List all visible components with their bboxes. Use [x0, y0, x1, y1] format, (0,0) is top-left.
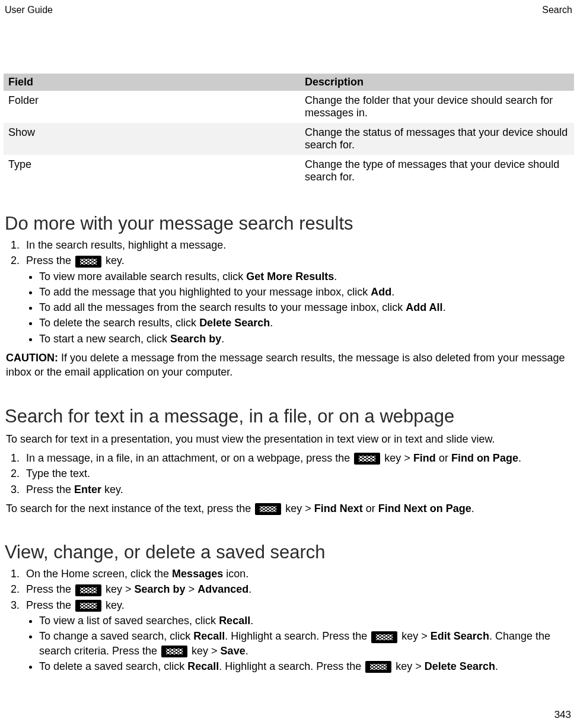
- bold-text: Messages: [172, 568, 223, 580]
- text: key >: [189, 645, 221, 657]
- text: . Highlight a search. Press the: [225, 630, 370, 642]
- text: If you delete a message from the message…: [6, 352, 565, 378]
- table-cell: Show: [4, 123, 300, 155]
- text: . Highlight a search. Press the: [219, 660, 364, 672]
- caution-label: CAUTION:: [6, 352, 58, 364]
- table-header-field: Field: [4, 74, 300, 91]
- text: .: [391, 286, 394, 298]
- bold-text: Search by: [135, 583, 186, 595]
- bold-text: Delete Search: [425, 660, 495, 672]
- text: In a message, in a file, in an attachmen…: [26, 452, 353, 464]
- bold-text: Recall: [187, 660, 219, 672]
- list-item: On the Home screen, click the Messages i…: [23, 567, 573, 581]
- text: .: [221, 333, 224, 345]
- bold-text: Recall: [219, 615, 250, 627]
- table-cell: Change the folder that your device shoul…: [300, 91, 574, 123]
- text: Press the: [26, 255, 74, 266]
- text: .: [443, 301, 446, 313]
- table-cell: Change the type of messages that your de…: [300, 155, 574, 187]
- menu-key-icon: [161, 646, 187, 657]
- list-item: In a message, in a file, in an attachmen…: [23, 451, 573, 465]
- text: To delete the search results, click: [39, 317, 199, 329]
- text: .: [334, 271, 337, 282]
- text: key.: [101, 484, 123, 495]
- table-header-description: Description: [300, 74, 574, 91]
- text: or: [436, 452, 451, 464]
- text: icon.: [223, 568, 248, 580]
- text: .: [250, 615, 253, 627]
- list-item: Press the key.: [23, 253, 573, 268]
- bold-text: Edit Search: [431, 630, 489, 642]
- paragraph: To search for text in a presentation, yo…: [6, 432, 571, 446]
- text: .: [471, 503, 474, 514]
- text: key.: [103, 599, 125, 611]
- menu-key-icon: [354, 453, 380, 465]
- text: .: [270, 317, 273, 329]
- menu-key-icon: [75, 584, 101, 596]
- field-description-table: Field Description Folder Change the fold…: [4, 74, 574, 187]
- bold-text: Save: [221, 645, 246, 657]
- menu-key-icon: [255, 503, 281, 515]
- table-cell: Folder: [4, 91, 300, 123]
- text: key >: [393, 660, 425, 672]
- list-item: To view more available search results, c…: [39, 269, 573, 284]
- menu-key-icon: [365, 661, 391, 673]
- text: To add all the messages from the search …: [39, 301, 406, 313]
- bold-text: Find Next: [314, 503, 363, 514]
- header-left: User Guide: [5, 5, 53, 15]
- bold-text: Add All: [406, 301, 442, 313]
- text: To delete a saved search, click: [39, 660, 187, 672]
- text: key >: [282, 503, 314, 514]
- text: Press the: [26, 583, 74, 595]
- bold-text: Add: [371, 286, 391, 298]
- bold-text: Find on Page: [451, 452, 518, 464]
- bold-text: Enter: [74, 484, 101, 495]
- paragraph: To search for the next instance of the t…: [6, 501, 571, 516]
- menu-key-icon: [75, 256, 101, 268]
- list-item: To start a new search, click Search by.: [39, 332, 573, 346]
- text: .: [495, 660, 498, 672]
- page-number: 343: [554, 709, 571, 721]
- bold-text: Search by: [170, 333, 221, 345]
- text: key >: [103, 583, 135, 595]
- text: To add the message that you highlighted …: [39, 286, 371, 298]
- list-item: In the search results, highlight a messa…: [23, 238, 573, 252]
- list-item: Press the Enter key.: [23, 482, 573, 497]
- section-heading: Search for text in a message, in a file,…: [4, 406, 573, 427]
- text: To view a list of saved searches, click: [39, 615, 219, 627]
- list-item: To view a list of saved searches, click …: [39, 613, 573, 628]
- table-cell: Type: [4, 155, 300, 187]
- text: Press the: [26, 484, 74, 495]
- list-item: To delete the search results, click Dele…: [39, 316, 573, 330]
- text: key >: [381, 452, 413, 464]
- caution-paragraph: CAUTION: If you delete a message from th…: [6, 351, 571, 380]
- bold-text: Recall: [193, 630, 225, 642]
- bold-text: Find Next on Page: [378, 503, 471, 514]
- text: .: [246, 645, 248, 657]
- text: >: [186, 583, 198, 595]
- text: To view more available search results, c…: [39, 271, 246, 282]
- menu-key-icon: [371, 631, 397, 643]
- bold-text: Get More Results: [246, 271, 334, 282]
- table-cell: Change the status of messages that your …: [300, 123, 574, 155]
- text: On the Home screen, click the: [26, 568, 172, 580]
- text: To search for the next instance of the t…: [6, 503, 254, 514]
- text: .: [248, 583, 251, 595]
- text: or: [363, 503, 378, 514]
- text: key.: [103, 255, 125, 266]
- section-heading: View, change, or delete a saved search: [4, 542, 573, 563]
- section-heading: Do more with your message search results: [4, 213, 573, 234]
- list-item: To change a saved search, click Recall. …: [39, 629, 573, 658]
- text: key >: [399, 630, 431, 642]
- list-item: Press the key.: [23, 598, 573, 612]
- text: Press the: [26, 599, 74, 611]
- list-item: To add the message that you highlighted …: [39, 285, 573, 299]
- text: To change a saved search, click: [39, 630, 193, 642]
- list-item: To add all the messages from the search …: [39, 300, 573, 314]
- text: .: [518, 452, 521, 464]
- menu-key-icon: [75, 600, 101, 612]
- list-item: Press the key > Search by > Advanced.: [23, 582, 573, 596]
- text: To start a new search, click: [39, 333, 170, 345]
- list-item: Type the text.: [23, 466, 573, 481]
- bold-text: Find: [413, 452, 436, 464]
